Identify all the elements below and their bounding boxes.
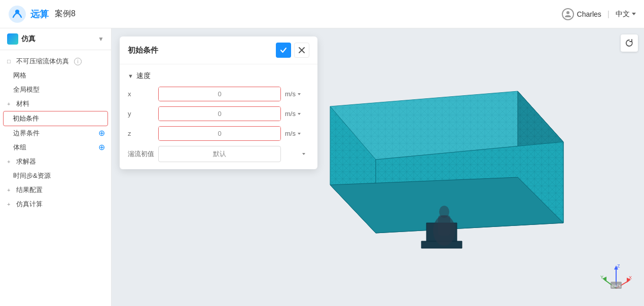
sidebar-item-label: 求解器 [16,157,36,166]
svg-point-2 [566,11,569,14]
svg-text:Y: Y [600,275,603,280]
header-left: 远算 案例8 [8,5,76,23]
expand-icon: + [7,201,13,207]
panel-close-button[interactable] [294,43,309,58]
velocity-y-unit-chevron-icon [298,113,301,115]
sidebar-item-boundary-condition[interactable]: 边界条件 ⊕ [0,126,111,140]
sidebar-item-label: 体组 [13,143,26,152]
sidebar-item-sim-calc[interactable]: + 仿真计算 [0,197,111,211]
sidebar-item-label: 网格 [13,71,26,80]
user-icon [564,10,572,18]
add-boundary-icon[interactable]: ⊕ [98,129,105,137]
velocity-section-header[interactable]: ▼ 速度 [128,71,309,81]
velocity-x-unit[interactable]: m/s [281,90,309,98]
velocity-y-unit-label: m/s [285,110,296,118]
lang-chevron-icon [632,13,636,15]
sidebar-item-label: 全局模型 [13,85,40,94]
expand-icon: + [7,101,13,107]
logo-icon [8,5,26,23]
sidebar-item-label: 边界条件 [13,129,40,138]
check-icon [280,47,287,54]
svg-text:Z: Z [617,263,620,269]
sidebar-cube-icon [7,33,18,45]
velocity-y-label: y [128,110,158,118]
case-title: 案例8 [55,9,76,19]
velocity-z-unit[interactable]: m/s [281,130,309,137]
velocity-y-row: y m/s [128,106,309,121]
velocity-y-input-wrap [158,106,281,121]
info-icon[interactable]: i [74,58,82,65]
svg-text:X: X [629,275,632,280]
sidebar-item-label: 结果配置 [16,185,43,195]
velocity-y-unit[interactable]: m/s [281,110,309,118]
initial-condition-panel: 初始条件 [120,36,317,169]
header-right: Charles | 中文 [562,8,636,20]
sidebar-item-label: 仿真计算 [16,200,43,209]
sidebar: 仿真 ▼ □ 不可压缩流体仿真 i 网格 全局模型 + 材料 [0,28,112,306]
panel-confirm-button[interactable] [276,43,291,58]
sidebar-collapse-button[interactable]: ▼ [98,35,104,43]
expand-icon: □ [7,58,13,64]
sidebar-item-label: 初始条件 [13,114,39,123]
velocity-x-input-wrap [158,87,281,101]
svg-rect-14 [438,215,450,236]
user-info[interactable]: Charles [562,8,601,20]
panel-header: 初始条件 [120,36,317,64]
expand-icon: + [7,187,13,193]
velocity-z-unit-label: m/s [285,130,296,137]
expand-icon: + [7,159,13,165]
velocity-z-input-wrap [158,126,281,141]
velocity-section-arrow: ▼ [128,73,133,79]
sidebar-item-label: 材料 [16,99,29,108]
sidebar-header: 仿真 ▼ [0,28,111,50]
sidebar-item-incompressible[interactable]: □ 不可压缩流体仿真 i [0,54,111,68]
turbulence-value: 默认 [158,146,281,162]
turbulence-row: 湍流初值 默认 [128,146,309,162]
velocity-x-unit-label: m/s [285,90,296,98]
sidebar-item-label: 时间步&资源 [13,171,51,180]
sidebar-item-time-step[interactable]: 时间步&资源 [0,169,111,183]
turbulence-chevron[interactable] [281,153,309,155]
content-area: Z Y X BACK 初始条件 [112,28,644,306]
velocity-z-row: z m/s [128,126,309,141]
header-divider: | [607,10,610,19]
panel-actions [276,43,309,58]
sidebar-item-material[interactable]: + 材料 [0,97,111,111]
sidebar-item-global-model[interactable]: 全局模型 [0,83,111,97]
lang-selector[interactable]: 中文 [616,10,636,19]
svg-point-15 [439,206,449,218]
sidebar-item-body-group[interactable]: 体组 ⊕ [0,140,111,155]
reset-view-button[interactable] [621,34,638,52]
sidebar-tree: □ 不可压缩流体仿真 i 网格 全局模型 + 材料 初始条件 [0,50,111,306]
lang-label: 中文 [616,10,630,19]
sidebar-item-result-config[interactable]: + 结果配置 [0,183,111,197]
velocity-z-label: z [128,130,158,137]
sidebar-title-text: 仿真 [21,34,35,44]
svg-text:BACK: BACK [612,284,621,288]
sidebar-item-label: 不可压缩流体仿真 [16,57,69,66]
close-icon [299,47,305,53]
sidebar-item-mesh[interactable]: 网格 [0,68,111,83]
sidebar-item-initial-condition[interactable]: 初始条件 [3,111,108,126]
svg-point-0 [9,6,26,23]
turbulence-label: 湍流初值 [128,149,158,159]
svg-point-1 [15,10,19,14]
velocity-x-input[interactable] [159,87,280,101]
user-avatar-icon [562,8,574,20]
axes-indicator: Z Y X BACK [598,260,634,296]
velocity-x-row: x m/s [128,87,309,101]
logo: 远算 [8,5,49,23]
reset-icon [625,39,634,48]
sidebar-title: 仿真 [7,33,35,45]
main-layout: 仿真 ▼ □ 不可压缩流体仿真 i 网格 全局模型 + 材料 [0,28,644,306]
velocity-y-input[interactable] [159,107,280,121]
velocity-section-title: 速度 [136,71,151,81]
app-header: 远算 案例8 Charles | 中文 [0,0,644,28]
mesh-3d-view [290,76,584,258]
logo-text: 远算 [30,8,49,20]
velocity-z-unit-chevron-icon [298,133,301,135]
user-name: Charles [577,10,601,18]
velocity-z-input[interactable] [159,127,280,140]
add-body-group-icon[interactable]: ⊕ [98,143,105,151]
sidebar-item-solver[interactable]: + 求解器 [0,155,111,169]
